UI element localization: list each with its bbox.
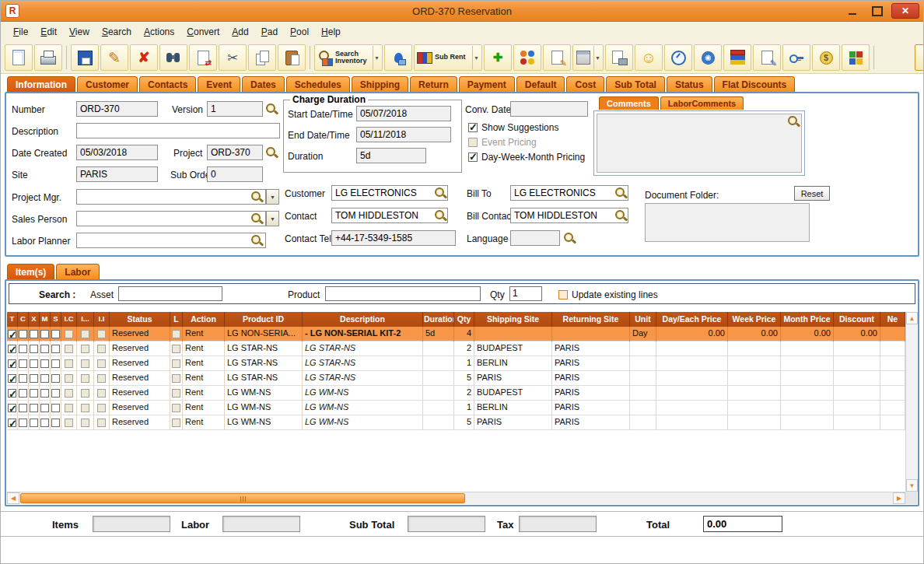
project-mgr-search-icon[interactable] — [250, 191, 263, 203]
tab-information[interactable]: Information — [7, 76, 75, 92]
column-header-week-price[interactable]: Week Price — [728, 312, 781, 327]
row-check-l[interactable] — [172, 330, 180, 338]
bill-contact-field[interactable]: TOM HIDDLESTON — [510, 208, 628, 223]
toolbar-smiley-button[interactable] — [635, 44, 663, 71]
menu-file[interactable]: File — [7, 23, 34, 40]
row-check-x[interactable] — [30, 404, 38, 412]
tab-labor[interactable]: Labor — [56, 264, 99, 279]
labor-planner-field[interactable] — [76, 233, 266, 248]
table-row[interactable]: ReservedRentLG WM-NSLG WM-NS1BERLINPARIS — [7, 401, 905, 415]
row-check-c[interactable] — [19, 404, 27, 412]
tab-comments[interactable]: Comments — [599, 96, 659, 110]
menu-pool[interactable]: Pool — [284, 23, 315, 40]
toolbar-clock-button[interactable] — [664, 44, 692, 71]
row-check-m[interactable] — [40, 419, 49, 427]
minimize-button[interactable] — [842, 4, 863, 18]
project-mgr-dropdown-button[interactable] — [266, 189, 279, 205]
sales-person-search-icon[interactable] — [250, 212, 263, 225]
row-check-i-i[interactable] — [97, 419, 106, 427]
number-field[interactable]: ORD-370 — [76, 101, 158, 117]
document-folder-box[interactable] — [645, 203, 810, 242]
version-search-icon[interactable] — [265, 103, 278, 115]
column-header-shipping-site[interactable]: Shipping Site — [474, 312, 552, 327]
tab-sub-total[interactable]: Sub Total — [606, 76, 665, 92]
row-check-i-c[interactable] — [65, 389, 73, 398]
menu-pad[interactable]: Pad — [255, 23, 284, 40]
row-check-i[interactable] — [81, 419, 89, 427]
toolbar-copy-button[interactable] — [248, 44, 276, 71]
row-check-c[interactable] — [19, 389, 27, 398]
row-check-i-c[interactable] — [65, 330, 73, 338]
tab-customer[interactable]: Customer — [77, 76, 138, 92]
reset-button[interactable]: Reset — [794, 186, 830, 201]
labor-planner-search-icon[interactable] — [250, 234, 263, 247]
row-check-i-c[interactable] — [65, 345, 73, 353]
tab-shipping[interactable]: Shipping — [352, 76, 408, 92]
table-row[interactable]: ReservedRentLG STAR-NSLG STAR-NS1BERLINP… — [7, 356, 905, 371]
column-header-unit[interactable]: Unit — [630, 312, 656, 327]
bill-to-field[interactable]: LG ELECTRONICS — [510, 185, 628, 201]
scroll-right-button[interactable] — [893, 492, 905, 504]
toolbar-pad-button[interactable] — [572, 44, 604, 71]
row-check-i[interactable] — [81, 330, 89, 338]
toolbar-pour-button[interactable] — [384, 44, 412, 71]
close-button[interactable] — [891, 3, 919, 19]
row-check-m[interactable] — [40, 359, 49, 368]
column-header-status[interactable]: Status — [110, 312, 170, 327]
row-check-t[interactable] — [8, 345, 16, 353]
row-check-x[interactable] — [30, 359, 38, 368]
row-check-t[interactable] — [8, 389, 16, 398]
column-header-qty[interactable]: Qty — [454, 312, 474, 327]
menu-add[interactable]: Add — [226, 23, 254, 40]
vertical-scrollbar[interactable] — [905, 312, 917, 492]
product-input[interactable] — [325, 286, 481, 301]
day-week-month-pricing-checkbox[interactable]: Day-Week-Month Pricing — [468, 152, 585, 163]
tab-laborcomments[interactable]: LaborComments — [660, 96, 744, 110]
tab-payment[interactable]: Payment — [459, 76, 515, 92]
language-field[interactable] — [510, 230, 560, 246]
row-check-t[interactable] — [8, 374, 16, 383]
title-bar[interactable]: R ORD-370 Reservation — [1, 1, 923, 22]
column-header-product-id[interactable]: Product ID — [225, 312, 303, 327]
column-header-i[interactable]: I... — [77, 312, 94, 327]
row-check-i[interactable] — [81, 374, 89, 383]
scroll-up-button[interactable] — [906, 312, 918, 324]
project-mgr-field[interactable] — [76, 189, 266, 205]
pad-dropdown[interactable] — [593, 46, 601, 69]
tab-cost[interactable]: Cost — [566, 76, 604, 92]
toolbar-edit-button[interactable] — [100, 44, 128, 71]
toolbar-puzzle-button[interactable] — [842, 44, 870, 71]
toolbar-disc-button[interactable] — [694, 44, 722, 71]
toolbar-doc-print-button[interactable] — [605, 44, 633, 71]
contact-tel-field[interactable]: +44-17-5349-1585 — [331, 230, 456, 246]
row-check-c[interactable] — [19, 419, 27, 427]
menu-actions[interactable]: Actions — [138, 23, 180, 40]
tab-contacts[interactable]: Contacts — [139, 76, 196, 92]
sales-person-field[interactable] — [76, 211, 266, 226]
row-check-s[interactable] — [51, 404, 60, 412]
table-row[interactable]: ReservedRentLG NON-SERIA...- LG NON-SERI… — [7, 327, 905, 342]
sub-orders-field[interactable]: 0 — [207, 166, 263, 182]
tab-status[interactable]: Status — [667, 76, 712, 92]
menu-edit[interactable]: Edit — [34, 23, 63, 40]
toolbar-money-button[interactable] — [812, 44, 840, 71]
column-header-description[interactable]: Description — [303, 312, 423, 327]
row-check-m[interactable] — [40, 345, 49, 353]
scroll-left-button[interactable] — [7, 492, 19, 504]
toolbar-print-button[interactable] — [34, 44, 62, 71]
row-check-l[interactable] — [172, 359, 180, 368]
project-search-icon[interactable] — [265, 146, 278, 159]
row-check-t[interactable] — [8, 404, 16, 412]
event-pricing-checkbox[interactable]: Event Pricing — [468, 137, 537, 148]
tab-default[interactable]: Default — [516, 76, 565, 92]
tab-flat-discounts[interactable]: Flat Discounts — [714, 76, 796, 92]
toolbar-sub-rent-button[interactable]: Sub Rent — [414, 44, 482, 71]
column-header-duration[interactable]: Duration — [423, 312, 454, 327]
row-check-x[interactable] — [30, 345, 38, 353]
date-created-field[interactable]: 05/03/2018 — [76, 145, 158, 160]
row-check-s[interactable] — [51, 389, 60, 398]
row-check-m[interactable] — [40, 374, 49, 383]
toolbar-pool-button[interactable] — [513, 44, 541, 71]
row-check-m[interactable] — [40, 404, 49, 412]
toolbar-cut-button[interactable] — [219, 44, 247, 71]
